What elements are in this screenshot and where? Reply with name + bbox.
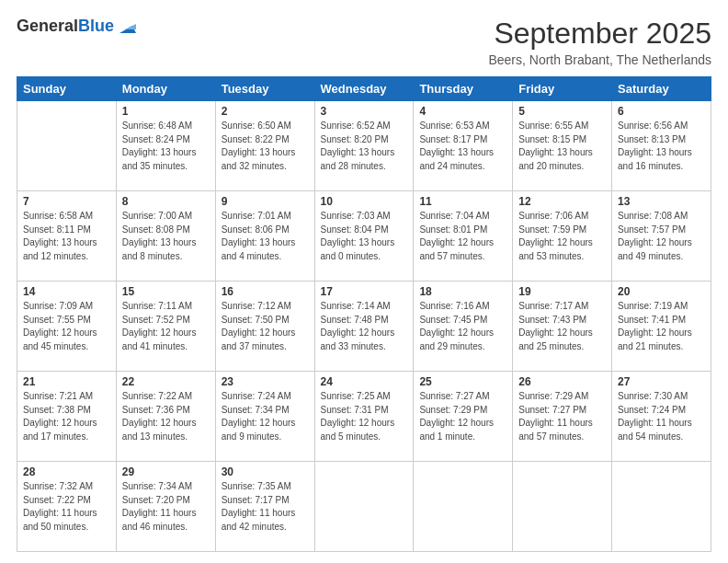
table-row: 16Sunrise: 7:12 AM Sunset: 7:50 PM Dayli… [215,282,314,372]
table-row: 22Sunrise: 7:22 AM Sunset: 7:36 PM Dayli… [116,372,215,462]
table-row [314,462,414,552]
day-info: Sunrise: 7:35 AM Sunset: 7:17 PM Dayligh… [222,480,309,534]
day-info: Sunrise: 7:09 AM Sunset: 7:55 PM Dayligh… [23,300,110,353]
day-number: 23 [222,375,309,388]
table-row: 18Sunrise: 7:16 AM Sunset: 7:45 PM Dayli… [414,282,513,372]
calendar-week-row: 1Sunrise: 6:48 AM Sunset: 8:24 PM Daylig… [17,101,711,191]
day-number: 7 [23,195,110,208]
page: GeneralBlue September 2025 Beers, North … [0,0,728,563]
day-info: Sunrise: 7:21 AM Sunset: 7:38 PM Dayligh… [23,390,110,443]
table-row: 23Sunrise: 7:24 AM Sunset: 7:34 PM Dayli… [215,372,314,462]
day-info: Sunrise: 7:25 AM Sunset: 7:31 PM Dayligh… [321,390,408,443]
col-monday: Monday [116,77,215,101]
day-number: 21 [23,375,110,388]
day-number: 17 [321,285,408,298]
table-row: 28Sunrise: 7:32 AM Sunset: 7:22 PM Dayli… [17,462,117,552]
day-number: 9 [222,195,309,208]
table-row: 19Sunrise: 7:17 AM Sunset: 7:43 PM Dayli… [513,282,612,372]
table-row: 10Sunrise: 7:03 AM Sunset: 8:04 PM Dayli… [314,191,414,282]
day-info: Sunrise: 6:58 AM Sunset: 8:11 PM Dayligh… [23,210,110,263]
day-number: 2 [222,105,309,118]
day-number: 20 [618,285,705,298]
table-row: 25Sunrise: 7:27 AM Sunset: 7:29 PM Dayli… [414,372,513,462]
logo: GeneralBlue [17,17,136,37]
table-row: 4Sunrise: 6:53 AM Sunset: 8:17 PM Daylig… [414,101,513,191]
col-friday: Friday [513,77,612,101]
day-number: 5 [518,105,606,118]
day-number: 27 [618,375,705,388]
table-row [414,462,513,552]
calendar-week-row: 28Sunrise: 7:32 AM Sunset: 7:22 PM Dayli… [17,462,711,552]
col-wednesday: Wednesday [314,77,414,101]
logo-icon [116,17,136,37]
day-number: 10 [321,195,408,208]
col-thursday: Thursday [414,77,513,101]
day-info: Sunrise: 6:48 AM Sunset: 8:24 PM Dayligh… [122,120,210,173]
table-row: 8Sunrise: 7:00 AM Sunset: 8:08 PM Daylig… [116,191,215,282]
day-info: Sunrise: 7:00 AM Sunset: 8:08 PM Dayligh… [122,210,210,263]
day-number: 25 [419,375,506,388]
day-number: 11 [419,195,506,208]
day-info: Sunrise: 6:56 AM Sunset: 8:13 PM Dayligh… [618,120,705,173]
calendar-table: Sunday Monday Tuesday Wednesday Thursday… [17,76,711,552]
day-info: Sunrise: 6:53 AM Sunset: 8:17 PM Dayligh… [419,120,506,173]
day-number: 3 [321,105,408,118]
day-info: Sunrise: 7:17 AM Sunset: 7:43 PM Dayligh… [518,300,606,353]
day-number: 22 [122,375,210,388]
table-row: 14Sunrise: 7:09 AM Sunset: 7:55 PM Dayli… [17,282,117,372]
table-row: 11Sunrise: 7:04 AM Sunset: 8:01 PM Dayli… [414,191,513,282]
table-row: 21Sunrise: 7:21 AM Sunset: 7:38 PM Dayli… [17,372,117,462]
calendar-week-row: 7Sunrise: 6:58 AM Sunset: 8:11 PM Daylig… [17,191,711,282]
day-number: 16 [222,285,309,298]
day-info: Sunrise: 7:14 AM Sunset: 7:48 PM Dayligh… [321,300,408,353]
day-number: 14 [23,285,110,298]
day-info: Sunrise: 7:24 AM Sunset: 7:34 PM Dayligh… [222,390,309,443]
table-row [612,462,711,552]
day-number: 26 [518,375,606,388]
day-info: Sunrise: 7:06 AM Sunset: 7:59 PM Dayligh… [518,210,606,263]
svg-marker-1 [125,24,136,29]
table-row: 26Sunrise: 7:29 AM Sunset: 7:27 PM Dayli… [513,372,612,462]
table-row: 15Sunrise: 7:11 AM Sunset: 7:52 PM Dayli… [116,282,215,372]
table-row: 3Sunrise: 6:52 AM Sunset: 8:20 PM Daylig… [314,101,414,191]
location: Beers, North Brabant, The Netherlands [488,52,711,67]
table-row: 2Sunrise: 6:50 AM Sunset: 8:22 PM Daylig… [215,101,314,191]
day-number: 13 [618,195,705,208]
table-row: 20Sunrise: 7:19 AM Sunset: 7:41 PM Dayli… [612,282,711,372]
table-row: 5Sunrise: 6:55 AM Sunset: 8:15 PM Daylig… [513,101,612,191]
calendar-week-row: 21Sunrise: 7:21 AM Sunset: 7:38 PM Dayli… [17,372,711,462]
day-info: Sunrise: 7:29 AM Sunset: 7:27 PM Dayligh… [518,390,606,443]
day-info: Sunrise: 7:08 AM Sunset: 7:57 PM Dayligh… [618,210,705,263]
table-row: 9Sunrise: 7:01 AM Sunset: 8:06 PM Daylig… [215,191,314,282]
table-row [17,101,117,191]
day-number: 12 [518,195,606,208]
day-info: Sunrise: 7:30 AM Sunset: 7:24 PM Dayligh… [618,390,705,443]
table-row: 30Sunrise: 7:35 AM Sunset: 7:17 PM Dayli… [215,462,314,552]
title-block: September 2025 Beers, North Brabant, The… [488,17,711,67]
col-sunday: Sunday [17,77,117,101]
day-number: 24 [321,375,408,388]
day-info: Sunrise: 6:55 AM Sunset: 8:15 PM Dayligh… [518,120,606,173]
table-row: 6Sunrise: 6:56 AM Sunset: 8:13 PM Daylig… [612,101,711,191]
day-number: 6 [618,105,705,118]
table-row: 7Sunrise: 6:58 AM Sunset: 8:11 PM Daylig… [17,191,117,282]
day-number: 8 [122,195,210,208]
day-info: Sunrise: 7:11 AM Sunset: 7:52 PM Dayligh… [122,300,210,353]
day-number: 30 [222,465,309,478]
table-row: 17Sunrise: 7:14 AM Sunset: 7:48 PM Dayli… [314,282,414,372]
day-number: 19 [518,285,606,298]
month-title: September 2025 [488,17,711,51]
day-info: Sunrise: 7:03 AM Sunset: 8:04 PM Dayligh… [321,210,408,263]
table-row: 29Sunrise: 7:34 AM Sunset: 7:20 PM Dayli… [116,462,215,552]
table-row: 24Sunrise: 7:25 AM Sunset: 7:31 PM Dayli… [314,372,414,462]
col-saturday: Saturday [612,77,711,101]
day-number: 1 [122,105,210,118]
day-info: Sunrise: 7:01 AM Sunset: 8:06 PM Dayligh… [222,210,309,263]
header: GeneralBlue September 2025 Beers, North … [17,17,711,67]
day-info: Sunrise: 6:52 AM Sunset: 8:20 PM Dayligh… [321,120,408,173]
table-row [513,462,612,552]
table-row: 12Sunrise: 7:06 AM Sunset: 7:59 PM Dayli… [513,191,612,282]
day-number: 29 [122,465,210,478]
day-info: Sunrise: 7:32 AM Sunset: 7:22 PM Dayligh… [23,480,110,534]
day-number: 28 [23,465,110,478]
